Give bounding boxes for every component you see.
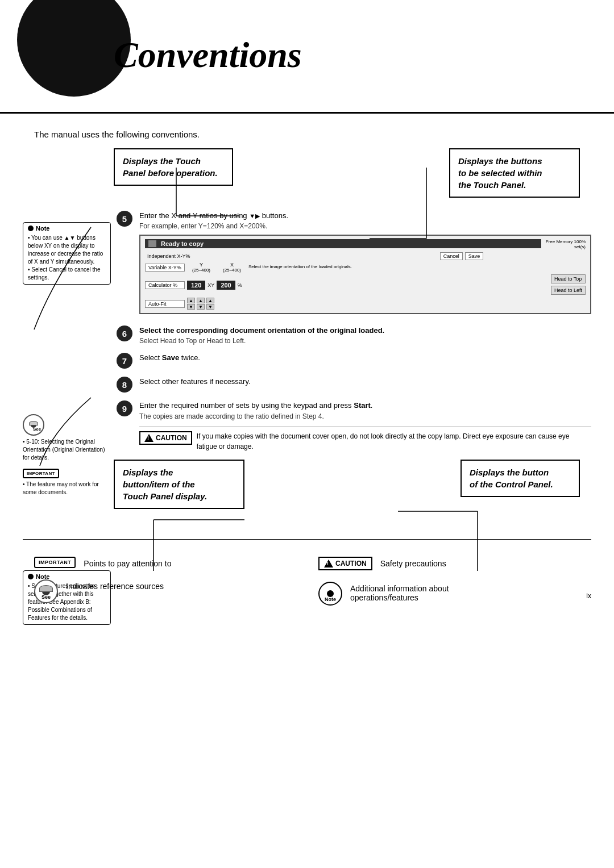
note2-dot-icon [28,574,34,579]
note-legend-badge: Note [318,582,342,606]
left-notes-column: Note • You can use ▲▼ buttons below XY o… [23,211,111,629]
caution-text: If you make copies with the document cov… [197,431,591,452]
y-up-arrow[interactable]: ▲ [187,298,195,303]
legend-right-col: ! CAUTION Safety precautions Note Additi… [318,557,580,606]
xy-down-arrow[interactable]: ▼ [206,304,214,310]
step-5-sub: For example, enter Y=120% and X=200%. [139,222,591,230]
step-5-row: 5 Enter the X and Y ratios by using ▼▶ b… [117,211,591,318]
caution-legend-badge: ! CAUTION [318,557,372,570]
xy-up-arrow[interactable]: ▲ [206,298,214,303]
page-number: ix [586,592,591,600]
step-7-text: Select Save twice. [139,353,591,363]
legend-note-text: Additional information about operations/… [350,582,449,602]
step-5-circle: 5 [117,211,132,227]
step-7-circle: 7 [117,353,132,369]
tp-icon [148,240,156,247]
callout-bottom-left: Displays the button/item of the Touch Pa… [114,460,244,509]
step-5-text: Enter the X and Y ratios by using ▼▶ but… [139,211,591,221]
x-up-arrow[interactable]: ▲ [197,298,205,303]
legend-note: Note Additional information about operat… [318,582,580,606]
bottom-callout-area: Displays the button/item of the Touch Pa… [23,460,591,539]
note1-text: • You can use ▲▼ buttons below XY on the… [28,234,106,282]
x-down-arrow[interactable]: ▼ [197,304,205,310]
see-badge-icon: See [23,414,44,436]
save-button[interactable]: Save [465,252,484,260]
callout-top-right: Displays the buttons to be selected with… [449,148,580,198]
step-8-text: Select other features if necessary. [139,377,591,387]
page-header: Conventions [0,0,614,114]
step-8-row: 8 Select other features if necessary. [117,377,591,393]
legend-caution-text: Safety precautions [380,557,446,568]
note-dot-icon [28,226,34,231]
see1-text: • 5-10: Selecting the Original Orientati… [23,438,111,462]
step-9-row: 9 Enter the required number of sets by u… [117,400,591,451]
note1-container: Note • You can use ▲▼ buttons below XY o… [23,222,111,289]
head-to-top-btn[interactable]: Head to Top [551,274,586,283]
step-8-circle: 8 [117,377,132,393]
step-6-text: Select the corresponding document orient… [139,326,591,336]
x-value-input[interactable]: 200 [217,281,235,290]
steps-column: 5 Enter the X and Y ratios by using ▼▶ b… [117,211,591,452]
step-7-row: 7 Select Save twice. [117,353,591,369]
head-to-left-btn[interactable]: Head to Left [551,286,586,295]
page-title: Conventions [114,34,302,76]
caution-block: ! CAUTION If you make copies with the do… [139,426,591,452]
step-6-circle: 6 [117,326,132,341]
orientation-text: Select the image orientation of the load… [248,264,586,270]
cancel-button[interactable]: Cancel [440,252,463,260]
caution-badge: ! CAUTION [139,431,192,445]
step-9-text: Enter the required number of sets by usi… [139,400,591,411]
caution-legend-triangle-icon: ! [324,560,333,567]
intro-text: The manual uses the following convention… [0,114,614,148]
callout-top-left: Displays the Touch Panel before operatio… [114,148,233,186]
touch-panel-mockup: Ready to copy Free Memory 100% set(s) In… [139,235,591,314]
note2-container: Note • Some features cannot be selected … [23,570,111,629]
step-9-circle: 9 [117,400,132,416]
y-value-input[interactable]: 120 [187,281,205,290]
step-6-sub: Select Head to Top or Head to Left. [139,337,591,345]
legend-caution: ! CAUTION Safety precautions [318,557,580,570]
callout-bottom-right: Displays the button of the Control Panel… [460,460,580,497]
see-legend-badge: See [34,579,58,603]
caution-triangle-icon: ! [144,434,154,442]
variable-label: Variable X-Y% [145,264,185,272]
y-down-arrow[interactable]: ▼ [187,304,195,310]
step-9-sub: The copies are made according to the rat… [139,412,591,420]
see1-container: See [23,414,111,436]
step-6-row: 6 Select the corresponding document orie… [117,326,591,345]
